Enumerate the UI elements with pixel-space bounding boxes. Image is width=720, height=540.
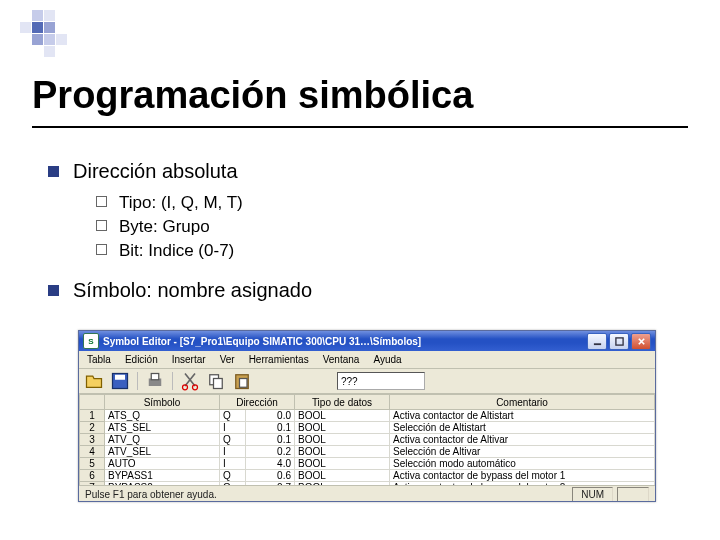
bullet-outline-icon bbox=[96, 220, 107, 231]
col-direccion[interactable]: Dirección bbox=[220, 395, 295, 410]
bullet-outline-icon bbox=[96, 244, 107, 255]
svg-rect-5 bbox=[151, 374, 159, 380]
cell-tipo[interactable]: BOOL bbox=[295, 410, 390, 422]
bullet-square-icon bbox=[48, 285, 59, 296]
table-row[interactable]: 2ATS_SELI0.1BOOLSelección de Altistart bbox=[80, 422, 655, 434]
menu-bar: Tabla Edición Insertar Ver Herramientas … bbox=[79, 351, 655, 369]
cell-simbolo[interactable]: BYPASS1 bbox=[105, 470, 220, 482]
cell-tipo[interactable]: BOOL bbox=[295, 470, 390, 482]
print-button[interactable] bbox=[144, 370, 166, 392]
cell-comentario[interactable]: Activa contactor de bypass del motor 2 bbox=[390, 482, 655, 486]
cell-dir-letter[interactable]: I bbox=[220, 458, 246, 470]
svg-rect-0 bbox=[593, 343, 600, 345]
cell-dir-num[interactable]: 0.7 bbox=[246, 482, 295, 486]
cell-comentario[interactable]: Selección modo automático bbox=[390, 458, 655, 470]
open-button[interactable] bbox=[83, 370, 105, 392]
bullet-square-icon bbox=[48, 166, 59, 177]
maximize-button[interactable] bbox=[609, 333, 629, 350]
subbullet-tipo: Tipo: (I, Q, M, T) bbox=[96, 193, 688, 213]
table-row[interactable]: 5AUTOI4.0BOOLSelección modo automático bbox=[80, 458, 655, 470]
svg-rect-1 bbox=[615, 337, 622, 344]
svg-rect-11 bbox=[240, 379, 248, 388]
col-rownum[interactable] bbox=[80, 395, 105, 410]
row-number[interactable]: 1 bbox=[80, 410, 105, 422]
cell-comentario[interactable]: Activa contactor de Altistart bbox=[390, 410, 655, 422]
cell-dir-letter[interactable]: Q bbox=[220, 434, 246, 446]
cell-simbolo[interactable]: ATS_SEL bbox=[105, 422, 220, 434]
menu-insertar[interactable]: Insertar bbox=[168, 353, 210, 366]
table-row[interactable]: 6BYPASS1Q0.6BOOLActiva contactor de bypa… bbox=[80, 470, 655, 482]
menu-tabla[interactable]: Tabla bbox=[83, 353, 115, 366]
menu-ayuda[interactable]: Ayuda bbox=[369, 353, 405, 366]
cell-dir-num[interactable]: 0.1 bbox=[246, 422, 295, 434]
col-simbolo[interactable]: Símbolo bbox=[105, 395, 220, 410]
cell-tipo[interactable]: BOOL bbox=[295, 482, 390, 486]
cell-dir-letter[interactable]: I bbox=[220, 422, 246, 434]
cell-simbolo[interactable]: BYPASS2 bbox=[105, 482, 220, 486]
cell-dir-letter[interactable]: I bbox=[220, 446, 246, 458]
cell-comentario[interactable]: Activa contactor de bypass del motor 1 bbox=[390, 470, 655, 482]
toolbar bbox=[79, 369, 655, 394]
bullet-direccion-absoluta: Dirección absoluta bbox=[48, 160, 688, 183]
bullet-text: Símbolo: nombre asignado bbox=[73, 279, 312, 301]
toolbar-separator bbox=[137, 372, 138, 390]
cell-dir-letter[interactable]: Q bbox=[220, 470, 246, 482]
row-number[interactable]: 7 bbox=[80, 482, 105, 486]
save-button[interactable] bbox=[109, 370, 131, 392]
cell-simbolo[interactable]: AUTO bbox=[105, 458, 220, 470]
subbullet-text: Bit: Indice (0-7) bbox=[119, 241, 234, 260]
cell-dir-num[interactable]: 0.2 bbox=[246, 446, 295, 458]
symbol-table: Símbolo Dirección Tipo de datos Comentar… bbox=[79, 394, 655, 485]
row-number[interactable]: 4 bbox=[80, 446, 105, 458]
menu-ver[interactable]: Ver bbox=[216, 353, 239, 366]
subbullet-text: Byte: Grupo bbox=[119, 217, 210, 236]
title-underline bbox=[32, 126, 688, 128]
cell-dir-num[interactable]: 0.1 bbox=[246, 434, 295, 446]
col-comentario[interactable]: Comentario bbox=[390, 395, 655, 410]
minimize-button[interactable] bbox=[587, 333, 607, 350]
app-icon: S bbox=[83, 333, 99, 349]
subbullet-bit: Bit: Indice (0-7) bbox=[96, 241, 688, 261]
menu-ventana[interactable]: Ventana bbox=[319, 353, 364, 366]
toolbar-search-input[interactable] bbox=[337, 372, 425, 390]
status-num: NUM bbox=[572, 487, 613, 502]
cell-dir-letter[interactable]: Q bbox=[220, 410, 246, 422]
menu-herramientas[interactable]: Herramientas bbox=[245, 353, 313, 366]
menu-edicion[interactable]: Edición bbox=[121, 353, 162, 366]
cell-comentario[interactable]: Selección de Altivar bbox=[390, 446, 655, 458]
subbullet-text: Tipo: (I, Q, M, T) bbox=[119, 193, 243, 212]
col-tipo[interactable]: Tipo de datos bbox=[295, 395, 390, 410]
table-row[interactable]: 3ATV_QQ0.1BOOLActiva contactor de Altiva… bbox=[80, 434, 655, 446]
table-row[interactable]: 7BYPASS2Q0.7BOOLActiva contactor de bypa… bbox=[80, 482, 655, 486]
row-number[interactable]: 2 bbox=[80, 422, 105, 434]
window-title: Symbol Editor - [S7_Pro1\Equipo SIMATIC … bbox=[103, 336, 587, 347]
cell-tipo[interactable]: BOOL bbox=[295, 446, 390, 458]
symbol-editor-window: S Symbol Editor - [S7_Pro1\Equipo SIMATI… bbox=[78, 330, 656, 502]
cut-button[interactable] bbox=[179, 370, 201, 392]
row-number[interactable]: 6 bbox=[80, 470, 105, 482]
row-number[interactable]: 3 bbox=[80, 434, 105, 446]
cell-comentario[interactable]: Selección de Altistart bbox=[390, 422, 655, 434]
toolbar-separator bbox=[172, 372, 173, 390]
cell-dir-num[interactable]: 0.0 bbox=[246, 410, 295, 422]
symbol-table-wrap: Símbolo Dirección Tipo de datos Comentar… bbox=[79, 394, 655, 485]
cell-simbolo[interactable]: ATV_Q bbox=[105, 434, 220, 446]
cell-tipo[interactable]: BOOL bbox=[295, 458, 390, 470]
status-bar: Pulse F1 para obtener ayuda. NUM bbox=[79, 485, 655, 502]
subbullet-byte: Byte: Grupo bbox=[96, 217, 688, 237]
table-row[interactable]: 4ATV_SELI0.2BOOLSelección de Altivar bbox=[80, 446, 655, 458]
cell-dir-num[interactable]: 4.0 bbox=[246, 458, 295, 470]
cell-dir-num[interactable]: 0.6 bbox=[246, 470, 295, 482]
copy-button[interactable] bbox=[205, 370, 227, 392]
row-number[interactable]: 5 bbox=[80, 458, 105, 470]
table-row[interactable]: 1ATS_QQ0.0BOOLActiva contactor de Altist… bbox=[80, 410, 655, 422]
cell-simbolo[interactable]: ATV_SEL bbox=[105, 446, 220, 458]
cell-tipo[interactable]: BOOL bbox=[295, 434, 390, 446]
cell-dir-letter[interactable]: Q bbox=[220, 482, 246, 486]
window-titlebar[interactable]: S Symbol Editor - [S7_Pro1\Equipo SIMATI… bbox=[79, 331, 655, 351]
cell-comentario[interactable]: Activa contactor de Altivar bbox=[390, 434, 655, 446]
cell-tipo[interactable]: BOOL bbox=[295, 422, 390, 434]
paste-button[interactable] bbox=[231, 370, 253, 392]
cell-simbolo[interactable]: ATS_Q bbox=[105, 410, 220, 422]
close-button[interactable] bbox=[631, 333, 651, 350]
